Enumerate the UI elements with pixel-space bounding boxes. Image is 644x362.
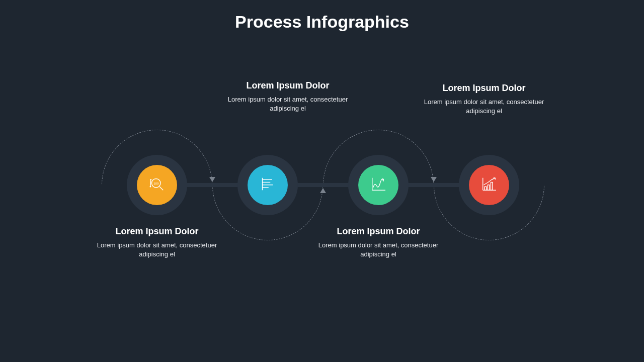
bar-growth-icon: [478, 173, 500, 197]
arrow-down-icon: [209, 177, 215, 182]
step-1-node: 100: [137, 165, 177, 205]
step-3-heading: Lorem Ipsum Dolor: [318, 226, 439, 237]
svg-rect-18: [488, 185, 490, 191]
step-1-ring: 100: [127, 155, 187, 215]
step-2-ring: [237, 155, 298, 215]
step-3-body: Lorem ipsum dolor sit amet, consectetuer…: [318, 241, 439, 259]
step-3-node: [358, 165, 398, 205]
step-1-body: Lorem ipsum dolor sit amet, consectetuer…: [97, 241, 217, 259]
svg-rect-19: [491, 183, 493, 191]
arrow-down-icon: [431, 177, 437, 182]
svg-text:100: 100: [153, 182, 159, 185]
step-3-ring: [348, 155, 409, 215]
svg-rect-17: [485, 187, 487, 190]
bar-horizontal-icon: [257, 173, 278, 197]
line-chart-icon: [368, 173, 389, 197]
step-4-label: Lorem Ipsum Dolor Lorem ipsum dolor sit …: [424, 83, 544, 116]
svg-line-5: [150, 179, 151, 187]
step-2-body: Lorem ipsum dolor sit amet, consectetuer…: [227, 95, 348, 113]
arrow-up-icon: [320, 188, 326, 193]
step-4-node: [469, 165, 509, 205]
page-title: Process Infographics: [0, 12, 644, 32]
svg-line-14: [383, 179, 384, 182]
svg-line-1: [159, 187, 163, 190]
step-4-ring: [459, 155, 519, 215]
magnify-data-icon: 100: [146, 173, 168, 197]
step-4-body: Lorem ipsum dolor sit amet, consectetuer…: [424, 98, 544, 116]
step-2-heading: Lorem Ipsum Dolor: [227, 80, 348, 91]
step-2-label: Lorem Ipsum Dolor Lorem ipsum dolor sit …: [227, 80, 348, 113]
step-1-heading: Lorem Ipsum Dolor: [97, 226, 217, 237]
step-4-heading: Lorem Ipsum Dolor: [424, 83, 544, 94]
step-3-label: Lorem Ipsum Dolor Lorem ipsum dolor sit …: [318, 226, 439, 259]
step-1-label: Lorem Ipsum Dolor Lorem ipsum dolor sit …: [97, 226, 217, 259]
step-2-node: [248, 165, 288, 205]
